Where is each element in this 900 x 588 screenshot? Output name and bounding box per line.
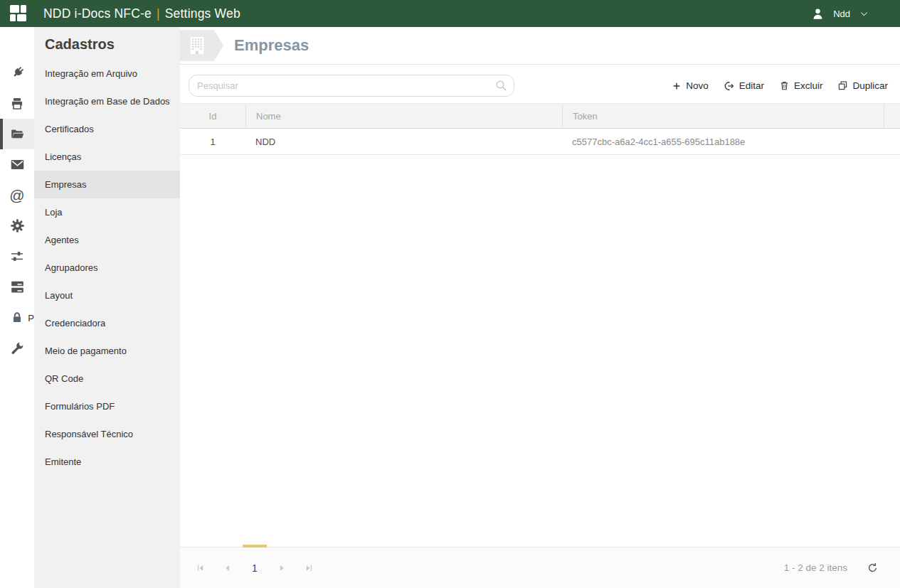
search-icon[interactable] [494, 79, 508, 92]
refresh-button[interactable] [867, 562, 879, 574]
hidden-label-fragment: P [28, 312, 34, 323]
cell-token: c5577cbc-a6a2-4cc1-a655-695c11ab188e [562, 129, 884, 154]
app-title-separator: | [157, 6, 160, 21]
copy-icon [837, 80, 848, 91]
wrench-icon[interactable] [0, 333, 34, 363]
user-menu[interactable]: Ndd [811, 7, 869, 21]
column-header-token[interactable]: Token [562, 104, 884, 128]
app-window: NDD i-Docs NFC-e | Settings Web Ndd [0, 0, 900, 588]
gear-icon[interactable] [0, 210, 34, 241]
empresas-grid: Id Nome Token 1 NDD c5577cbc-a6a2-4cc1-a… [180, 103, 900, 155]
app-logo-icon[interactable] [10, 5, 28, 22]
prev-page-icon [223, 563, 233, 573]
next-page-icon [277, 563, 287, 573]
toolbar: Novo Editar [189, 75, 888, 97]
excluir-button[interactable]: Excluir [779, 80, 823, 91]
cell-nome: NDD [245, 129, 562, 154]
search-box [189, 75, 514, 97]
column-header-filler [884, 104, 900, 128]
pager-last-button[interactable] [295, 547, 322, 588]
search-input[interactable] [189, 75, 514, 97]
plug-icon[interactable] [0, 58, 34, 88]
sidebar-item-certificados[interactable]: Certificados [34, 115, 180, 143]
trash-icon [779, 80, 790, 91]
sidebar-item-layout[interactable]: Layout [34, 282, 180, 309]
module-icon-strip: @ [0, 27, 34, 588]
plus-icon [672, 81, 682, 91]
sidebar-item-credenciadora[interactable]: Credenciadora [34, 309, 180, 337]
pager-page-1[interactable]: 1 [241, 547, 268, 588]
edit-arrow-icon [724, 80, 735, 92]
sidebar-item-agentes[interactable]: Agentes [34, 226, 180, 254]
sidebar-item-integracao-em-arquivo[interactable]: Integração em Arquivo [34, 60, 180, 87]
items-count-label: 1 - 2 de 2 itens [784, 562, 847, 573]
main-content: Empresas Novo [180, 27, 900, 588]
envelope-icon[interactable] [0, 149, 34, 180]
printer-icon[interactable] [0, 88, 34, 119]
editar-button[interactable]: Editar [724, 80, 764, 92]
first-page-icon [196, 563, 206, 573]
refresh-icon [867, 562, 879, 574]
app-title-right: Settings Web [165, 6, 240, 21]
app-title: NDD i-Docs NFC-e | Settings Web [43, 6, 240, 21]
folder-open-icon[interactable] [0, 119, 34, 149]
pager-first-button[interactable] [187, 547, 214, 588]
app-shell: @ [0, 27, 900, 588]
topbar: NDD i-Docs NFC-e | Settings Web Ndd [0, 0, 900, 27]
sidebar-item-agrupadores[interactable]: Agrupadores [34, 254, 180, 282]
sidebar-item-empresas[interactable]: Empresas [34, 171, 180, 198]
sidebar-item-formularios-pdf[interactable]: Formulários PDF [34, 392, 180, 420]
lock-icon[interactable]: P [0, 302, 34, 333]
sidebar-item-meio-de-pagamento[interactable]: Meio de pagamento [34, 337, 180, 365]
page-header: Empresas [180, 27, 900, 65]
pager-next-button[interactable] [268, 547, 295, 588]
last-page-icon [304, 563, 314, 573]
sidebar-item-responsavel-tecnico[interactable]: Responsável Técnico [34, 420, 180, 448]
empresas-building-icon [180, 30, 223, 61]
action-buttons: Novo Editar [672, 80, 888, 92]
sliders-icon[interactable] [0, 241, 34, 272]
cell-id: 1 [180, 129, 245, 154]
column-header-nome[interactable]: Nome [245, 104, 562, 128]
sidebar: Cadastros Integração em ArquivoIntegraçã… [34, 27, 180, 588]
sidebar-item-loja[interactable]: Loja [34, 198, 180, 226]
sidebar-menu: Integração em ArquivoIntegração em Base … [34, 60, 180, 476]
grid-header-row: Id Nome Token [180, 104, 900, 129]
column-header-id[interactable]: Id [180, 104, 245, 128]
app-title-left: NDD i-Docs NFC-e [43, 6, 152, 21]
at-sign-icon[interactable]: @ [0, 180, 34, 210]
sidebar-item-emitente[interactable]: Emitente [34, 448, 180, 476]
table-row[interactable]: 1 NDD c5577cbc-a6a2-4cc1-a655-695c11ab18… [180, 129, 900, 155]
pagination-bar: 1 1 - 2 de 2 itens [180, 547, 900, 588]
sidebar-item-licencas[interactable]: Licenças [34, 143, 180, 171]
pager-prev-button[interactable] [214, 547, 241, 588]
chevron-down-icon [859, 9, 869, 19]
sidebar-heading: Cadastros [34, 27, 180, 60]
sidebar-item-qr-code[interactable]: QR Code [34, 365, 180, 392]
user-name: Ndd [833, 9, 850, 19]
page-title: Empresas [234, 36, 309, 55]
user-icon [811, 7, 825, 21]
sidebar-item-integracao-em-base-de-dados[interactable]: Integração em Base de Dados [34, 87, 180, 115]
novo-button[interactable]: Novo [672, 80, 709, 91]
server-stack-icon[interactable] [0, 272, 34, 302]
duplicar-button[interactable]: Duplicar [837, 80, 888, 91]
